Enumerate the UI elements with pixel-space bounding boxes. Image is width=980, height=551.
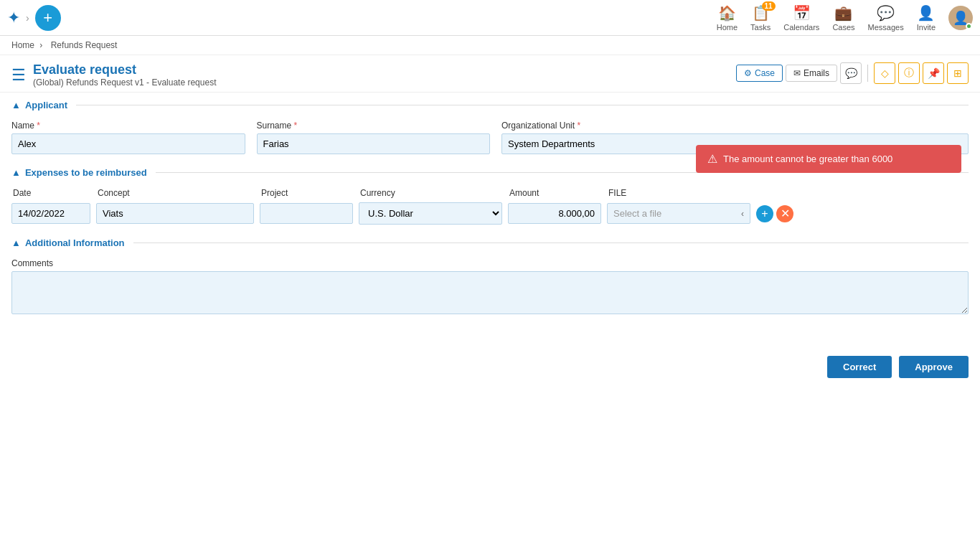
nav-calendars[interactable]: 📅 Calendars	[783, 4, 819, 32]
name-field-group: Name *	[11, 121, 245, 154]
nav-left: ✦ › +	[7, 5, 717, 31]
additional-title: Additional Information	[25, 237, 125, 248]
case-button[interactable]: ⚙ Case	[736, 65, 783, 82]
surname-input[interactable]	[257, 133, 491, 154]
breadcrumb-current: Refunds Request	[51, 40, 118, 50]
nav-tasks[interactable]: 📋 11 Tasks	[750, 4, 771, 32]
name-required: *	[37, 121, 40, 131]
content: ▲ Applicant Name * Surname *	[0, 93, 980, 334]
org-label: Organizational Unit *	[501, 121, 969, 131]
name-label: Name *	[11, 121, 245, 131]
emails-button[interactable]: ✉ Emails	[786, 65, 837, 82]
info-icon: ⓘ	[904, 67, 914, 80]
nav-invite[interactable]: 👤 Invite	[917, 4, 936, 32]
cases-icon: 💼	[834, 4, 852, 22]
nav-invite-label: Invite	[917, 23, 936, 32]
nav-home-label: Home	[717, 23, 738, 32]
col-currency: Currency	[360, 188, 504, 198]
col-amount: Amount	[509, 188, 603, 198]
pin-icon: 📌	[928, 67, 940, 79]
nav-messages-label: Messages	[868, 23, 904, 32]
surname-label-text: Surname	[257, 121, 292, 131]
remove-row-button[interactable]: ✕	[776, 205, 793, 222]
surname-field-group: Surname *	[257, 121, 491, 154]
org-required: *	[577, 121, 580, 131]
applicant-section-header[interactable]: ▲ Applicant	[11, 100, 969, 110]
error-banner: ⚠ The amount cannot be greater than 6000	[696, 145, 961, 173]
expense-amount-input[interactable]	[508, 203, 601, 224]
logo-icon: ✦	[7, 9, 20, 27]
calendars-icon: 📅	[793, 4, 811, 22]
nav-right: 🏠 Home 📋 11 Tasks 📅 Calendars 💼 Cases 💬 …	[717, 4, 973, 32]
page-title-area: ☰ Evaluate request (Global) Refunds Requ…	[11, 62, 216, 88]
comments-group: Comments	[11, 258, 969, 314]
add-row-button[interactable]: +	[756, 205, 773, 222]
applicant-title: Applicant	[25, 100, 67, 110]
nav-cases[interactable]: 💼 Cases	[832, 4, 854, 32]
home-icon: 🏠	[718, 4, 736, 22]
expense-currency-select[interactable]: U.S. Dollar Euro GBP	[359, 202, 502, 225]
avatar[interactable]: 👤	[948, 6, 973, 30]
row-actions: + ✕	[756, 205, 799, 222]
file-chevron-icon: ‹	[741, 209, 744, 219]
diamond-icon: ◇	[881, 67, 889, 79]
header-separator	[867, 65, 868, 82]
add-button[interactable]: +	[35, 5, 61, 31]
additional-section-header[interactable]: ▲ Additional Information	[11, 237, 969, 248]
info-button[interactable]: ⓘ	[898, 62, 920, 84]
expenses-toggle: ▲	[11, 167, 21, 178]
online-status-dot	[966, 23, 972, 29]
header-actions: ⚙ Case ✉ Emails 💬 ◇ ⓘ 📌 ⊞ ⚠ The amount c…	[736, 62, 969, 84]
error-message: The amount cannot be greater than 6000	[723, 154, 892, 164]
name-label-text: Name	[11, 121, 34, 131]
nav-messages[interactable]: 💬 Messages	[868, 4, 904, 32]
nav-home[interactable]: 🏠 Home	[717, 4, 738, 32]
file-placeholder: Select a file	[613, 208, 661, 219]
breadcrumb-separator: ›	[39, 40, 42, 50]
correct-button[interactable]: Correct	[827, 356, 892, 378]
file-select[interactable]: Select a file ‹	[607, 203, 750, 224]
approve-button[interactable]: Approve	[899, 356, 969, 378]
page-icon: ☰	[11, 66, 26, 85]
col-file: FILE	[608, 188, 752, 198]
case-label: Case	[755, 68, 775, 78]
org-label-text: Organizational Unit	[501, 121, 575, 131]
surname-label: Surname *	[257, 121, 491, 131]
case-icon: ⚙	[744, 68, 752, 78]
chat-icon: 💬	[845, 67, 857, 79]
nav-tasks-label: Tasks	[750, 23, 771, 32]
applicant-section-line	[76, 105, 969, 105]
tasks-icon-wrapper: 📋 11	[752, 4, 770, 22]
breadcrumb-home[interactable]: Home	[11, 40, 34, 50]
top-nav: ✦ › + 🏠 Home 📋 11 Tasks 📅 Calendars 💼 Ca…	[0, 0, 980, 36]
comments-textarea[interactable]	[11, 271, 969, 314]
diamond-button[interactable]: ◇	[874, 62, 895, 84]
emails-label: Emails	[804, 68, 829, 78]
messages-icon: 💬	[877, 4, 895, 22]
page-header: ☰ Evaluate request (Global) Refunds Requ…	[0, 55, 980, 93]
expense-concept-input[interactable]	[96, 203, 254, 224]
col-project: Project	[261, 188, 354, 198]
additional-section: ▲ Additional Information Comments	[11, 237, 969, 314]
nav-calendars-label: Calendars	[783, 23, 819, 32]
expenses-section: ▲ Expenses to be reimbursed Date Concept…	[11, 167, 969, 225]
col-date: Date	[13, 188, 92, 198]
chat-button[interactable]: 💬	[840, 62, 862, 84]
grid-button[interactable]: ⊞	[947, 62, 969, 84]
error-icon: ⚠	[707, 152, 717, 166]
invite-icon: 👤	[917, 4, 935, 22]
page-subtitle: (Global) Refunds Request v1 - Evaluate r…	[33, 77, 216, 88]
expense-project-input[interactable]	[260, 203, 353, 224]
expense-date-input[interactable]	[11, 203, 90, 224]
nav-arrow: ›	[26, 12, 29, 24]
breadcrumb: Home › Refunds Request	[0, 36, 980, 55]
expense-row: U.S. Dollar Euro GBP Select a file ‹ + ✕	[11, 202, 969, 225]
tasks-badge: 11	[762, 1, 776, 11]
pin-button[interactable]: 📌	[923, 62, 944, 84]
additional-toggle: ▲	[11, 237, 21, 248]
name-input[interactable]	[11, 133, 245, 154]
email-icon: ✉	[793, 68, 801, 78]
surname-required: *	[294, 121, 298, 131]
expenses-title: Expenses to be reimbursed	[25, 167, 147, 178]
page-title: Evaluate request	[33, 62, 216, 77]
